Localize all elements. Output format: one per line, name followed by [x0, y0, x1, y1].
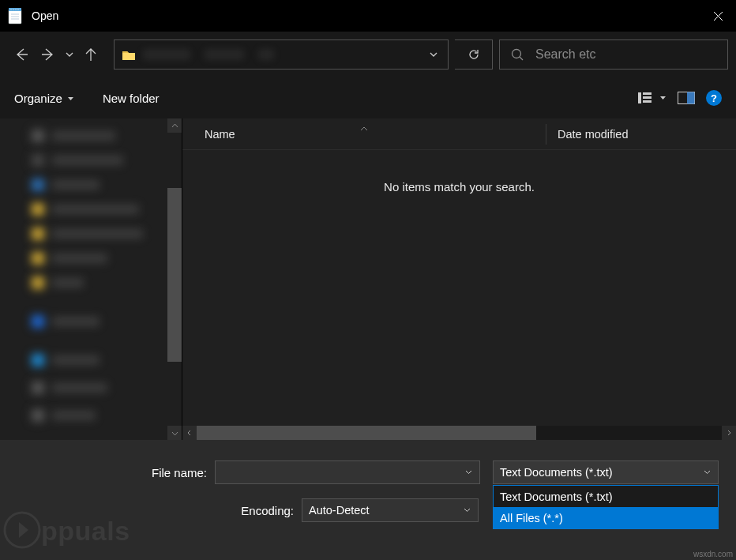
file-type-dropdown: Text Documents (*.txt) All Files (*.*) — [493, 485, 719, 529]
scrollbar-thumb[interactable] — [197, 426, 536, 440]
svg-rect-12 — [643, 96, 652, 99]
window-title: Open — [32, 9, 58, 22]
svg-rect-15 — [687, 92, 695, 104]
search-icon — [511, 48, 524, 62]
source-site: wsxdn.com — [692, 550, 734, 558]
folder-icon — [121, 47, 137, 62]
tree-item[interactable] — [0, 148, 182, 172]
horizontal-scrollbar — [182, 426, 736, 440]
scroll-down-button[interactable] — [167, 426, 182, 440]
scroll-left-button[interactable] — [182, 426, 197, 440]
refresh-button[interactable] — [455, 39, 493, 70]
filter-option[interactable]: All Files (*.*) — [494, 507, 718, 528]
tree-item[interactable] — [0, 403, 182, 427]
forward-button[interactable] — [35, 41, 62, 68]
up-button[interactable] — [77, 41, 104, 68]
tree-item[interactable] — [0, 246, 182, 270]
close-button[interactable] — [700, 0, 736, 32]
filename-label: File name: — [17, 466, 215, 479]
tree-item[interactable] — [0, 270, 182, 295]
tree-item[interactable] — [0, 309, 182, 333]
caret-down-icon — [67, 92, 74, 105]
encoding-select[interactable]: Auto-Detect — [302, 498, 479, 522]
svg-point-5 — [17, 9, 18, 9]
column-date-modified[interactable]: Date modified — [546, 124, 628, 145]
svg-point-9 — [513, 49, 521, 58]
svg-point-2 — [10, 9, 11, 9]
filename-input[interactable] — [215, 460, 480, 484]
navigation-bar: Search etc — [0, 32, 736, 77]
watermark: ppuals — [3, 511, 130, 555]
search-input[interactable]: Search etc — [499, 39, 728, 70]
chevron-down-icon — [703, 466, 712, 479]
tree-item[interactable] — [0, 123, 182, 148]
organize-button[interactable]: Organize — [14, 92, 74, 105]
sort-indicator-icon — [360, 120, 368, 134]
view-options-button[interactable] — [637, 91, 667, 105]
tree-item[interactable] — [0, 197, 182, 221]
chevron-down-icon — [464, 466, 473, 479]
title-bar: Open — [0, 0, 736, 32]
notepad-icon — [8, 6, 24, 25]
svg-rect-10 — [638, 92, 641, 103]
svg-rect-1 — [9, 8, 21, 11]
address-path — [143, 49, 419, 60]
empty-message: No items match your search. — [182, 150, 736, 426]
column-headers: Name Date modified — [182, 118, 736, 150]
svg-rect-13 — [643, 100, 652, 103]
search-placeholder: Search etc — [535, 47, 595, 62]
svg-point-4 — [15, 9, 16, 9]
toolbar: Organize New folder ? — [0, 77, 736, 118]
recent-locations-button[interactable] — [62, 41, 77, 68]
bottom-panel: File name: Encoding: Auto-Detect Text Do… — [0, 440, 736, 560]
caret-down-icon — [659, 91, 667, 105]
new-folder-button[interactable]: New folder — [103, 92, 160, 105]
address-bar[interactable] — [114, 39, 449, 70]
svg-point-3 — [13, 9, 13, 9]
tree-item[interactable] — [0, 375, 182, 400]
filter-option[interactable]: Text Documents (*.txt) — [494, 486, 718, 507]
back-button[interactable] — [8, 41, 35, 68]
file-list-pane: Name Date modified No items match your s… — [182, 118, 736, 440]
file-type-filter[interactable]: Text Documents (*.txt) Text Documents (*… — [493, 460, 719, 484]
chevron-down-icon — [463, 504, 471, 517]
help-button[interactable]: ? — [706, 90, 722, 106]
preview-pane-button[interactable] — [678, 92, 695, 104]
scrollbar-track[interactable] — [197, 426, 722, 440]
tree-item[interactable] — [0, 221, 182, 246]
svg-rect-11 — [643, 92, 652, 95]
tree-item[interactable] — [0, 348, 182, 372]
navigation-pane[interactable] — [0, 118, 182, 440]
body: Name Date modified No items match your s… — [0, 118, 736, 440]
scroll-right-button[interactable] — [722, 426, 736, 440]
tree-item[interactable] — [0, 172, 182, 197]
address-dropdown-button[interactable] — [419, 40, 448, 69]
